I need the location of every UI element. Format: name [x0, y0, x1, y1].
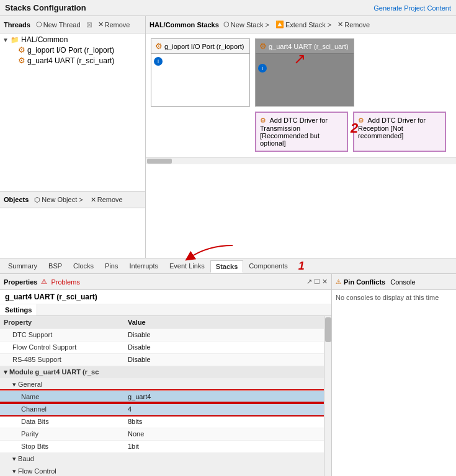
prop-name-cell: ▾ General [0, 378, 124, 390]
prop-value-cell[interactable] [124, 465, 331, 476]
console-label[interactable]: Console [390, 278, 415, 286]
prop-name-cell: Name [0, 390, 124, 403]
console-panel: ⚠ Pin Conflicts Console No consoles to d… [332, 274, 456, 476]
arrow-up-indicator: ↗ [293, 50, 306, 67]
objects-area [0, 208, 145, 258]
problems-label[interactable]: Problems [51, 278, 79, 286]
remove-icon: ✕ [98, 20, 104, 29]
threads-header: Threads ⬡ New Thread ⊠ ✕ Remove [0, 16, 145, 33]
pin-conflicts-label[interactable]: Pin Conflicts [344, 278, 385, 286]
tab-stacks[interactable]: Stacks [210, 260, 243, 273]
prop-value-cell[interactable]: g_uart4 [124, 390, 331, 403]
prop-name-cell: Parity [0, 428, 124, 440]
settings-tab[interactable]: Settings [0, 304, 37, 315]
tree-group-children: ⚙ g_ioport I/O Port (r_ioport) ⚙ g_uart4… [1, 45, 144, 66]
ioport-card-body: i [151, 54, 249, 106]
new-stack-button[interactable]: ⬡ New Stack > [221, 20, 271, 29]
dtc-icon1: ⚙ [260, 117, 266, 124]
stacks-remove-button[interactable]: ✕ Remove [336, 20, 372, 29]
prop-name-cell: DTC Support [0, 328, 124, 341]
gear-icon-ioport: ⚙ [18, 45, 25, 55]
prop-value-cell: Value [124, 316, 331, 328]
tab-bsp[interactable]: BSP [43, 260, 68, 272]
folder-icon: 📁 [11, 36, 19, 44]
bottom-area: Properties ⚠ Problems ↗ ☐ ✕ g_uart4 UART… [0, 274, 456, 476]
tree-item-ioport[interactable]: ⚙ g_ioport I/O Port (r_ioport) [9, 45, 144, 55]
stacks-title: HAL/Common Stacks [150, 21, 219, 29]
stacks-canvas: ⚙ g_ioport I/O Port (r_ioport) i ⚙ g_uar… [146, 33, 456, 157]
tree-item-uart[interactable]: ⚙ g_uart4 UART (r_sci_uart) [9, 55, 144, 66]
properties-panel: Properties ⚠ Problems ↗ ☐ ✕ g_uart4 UART… [0, 274, 332, 476]
console-body: No consoles to display at this time [332, 290, 456, 476]
app-header: Stacks Configuration Generate Project Co… [0, 0, 456, 16]
tab-clocks[interactable]: Clocks [68, 260, 99, 272]
ioport-card[interactable]: ⚙ g_ioport I/O Port (r_ioport) i [151, 38, 250, 107]
problems-icon: ⚠ [41, 278, 47, 286]
prop-value-cell[interactable] [124, 378, 331, 390]
property-table[interactable]: PropertyValue DTC SupportDisable Flow Co… [0, 316, 331, 476]
extend-stack-button[interactable]: 🔼 Extend Stack > [274, 20, 333, 29]
objects-remove-button[interactable]: ✕ Remove [89, 195, 125, 205]
tab-components[interactable]: Components [243, 260, 293, 272]
left-panel: Threads ⬡ New Thread ⊠ ✕ Remove ▼ 📁 HAL/… [0, 16, 146, 258]
prop-value-cell[interactable] [124, 452, 331, 465]
dtc-reception-card[interactable]: ⚙ Add DTC Driver for Reception [Not reco… [353, 112, 446, 152]
v-scrollbar[interactable] [324, 316, 331, 476]
new-object-button[interactable]: ⬡ New Object > [32, 195, 84, 205]
prop-name-cell: ▾ Flow Control [0, 465, 124, 476]
settings-tabs: Settings [0, 304, 331, 316]
dtc-transmission-card[interactable]: ⚙ Add DTC Driver for Transmission [Recom… [255, 112, 348, 152]
new-thread-button[interactable]: ⬡ New Thread [34, 20, 83, 29]
thread-tree[interactable]: ▼ 📁 HAL/Common ⚙ g_ioport I/O Port (r_io… [0, 33, 145, 191]
props-panel-header: Properties ⚠ Problems ↗ ☐ ✕ [0, 274, 331, 290]
main-area: Threads ⬡ New Thread ⊠ ✕ Remove ▼ 📁 HAL/… [0, 16, 456, 258]
v-scroll-thumb[interactable] [325, 317, 331, 342]
tab-interrupts[interactable]: Interrupts [124, 260, 164, 272]
threads-remove-button[interactable]: ✕ Remove [96, 20, 132, 29]
tabs-bar: Summary BSP Clocks Pins Interrupts Event… [0, 258, 456, 274]
prop-name-cell: ▾ Module g_uart4 UART (r_sc [0, 366, 124, 378]
generate-project-content-link[interactable]: Generate Project Content [373, 4, 451, 12]
tab-summary[interactable]: Summary [2, 260, 43, 272]
gear-icon-uart: ⚙ [18, 56, 25, 65]
uart-card[interactable]: ⚙ g_uart4 UART (r_sci_uart) i ↗ [255, 38, 354, 107]
remove-icon-obj: ✕ [91, 196, 96, 204]
new-thread-icon: ⬡ [36, 20, 42, 29]
tree-group-hal[interactable]: ▼ 📁 HAL/Common [1, 35, 144, 45]
annotation-1: 1 [298, 260, 305, 273]
stacks-header: HAL/Common Stacks ⬡ New Stack > 🔼 Extend… [146, 16, 456, 33]
dtc-cards-row: ⚙ Add DTC Driver for Transmission [Recom… [255, 112, 446, 152]
pin-conflicts-icon: ⚠ [336, 278, 341, 285]
ioport-card-header: ⚙ g_ioport I/O Port (r_ioport) [151, 39, 249, 54]
prop-value-cell[interactable]: 8bits [124, 415, 331, 428]
prop-value-cell[interactable]: 4 [124, 403, 331, 415]
prop-value-cell[interactable]: Disable [124, 328, 331, 341]
expand-icon: ▼ [2, 37, 9, 43]
prop-value-cell[interactable]: Disable [124, 341, 331, 353]
prop-value-cell[interactable] [124, 366, 331, 378]
dtc-icon2: ⚙ [358, 117, 364, 124]
objects-label: Objects [4, 196, 29, 203]
prop-value-cell[interactable]: Disable [124, 353, 331, 366]
props-table: PropertyValue DTC SupportDisable Flow Co… [0, 316, 331, 476]
new-object-icon: ⬡ [34, 196, 40, 204]
prop-name-cell: Stop Bits [0, 440, 124, 452]
prop-name-cell: Flow Control Support [0, 341, 124, 353]
app-title: Stacks Configuration [5, 3, 86, 12]
h-scrollbar[interactable] [146, 157, 456, 164]
info-icon-card2: i [258, 64, 267, 73]
gear-icon-card1: ⚙ [155, 42, 163, 51]
prop-name-cell: Data Bits [0, 415, 124, 428]
tab-pins[interactable]: Pins [99, 260, 123, 272]
prop-name-cell: Channel [0, 403, 124, 415]
prop-value-cell[interactable]: None [124, 428, 331, 440]
stacks-remove-icon: ✕ [338, 20, 343, 29]
objects-header: Objects ⬡ New Object > ✕ Remove [0, 191, 145, 208]
properties-label: Properties [4, 278, 37, 286]
new-stack-icon: ⬡ [223, 20, 230, 29]
props-toolbar-icons[interactable]: ↗ ☐ ✕ [306, 278, 328, 286]
h-scroll-thumb[interactable] [147, 159, 172, 164]
prop-name-cell: RS-485 Support [0, 353, 124, 366]
prop-value-cell[interactable]: 1bit [124, 440, 331, 452]
tab-event-links[interactable]: Event Links [164, 260, 210, 272]
